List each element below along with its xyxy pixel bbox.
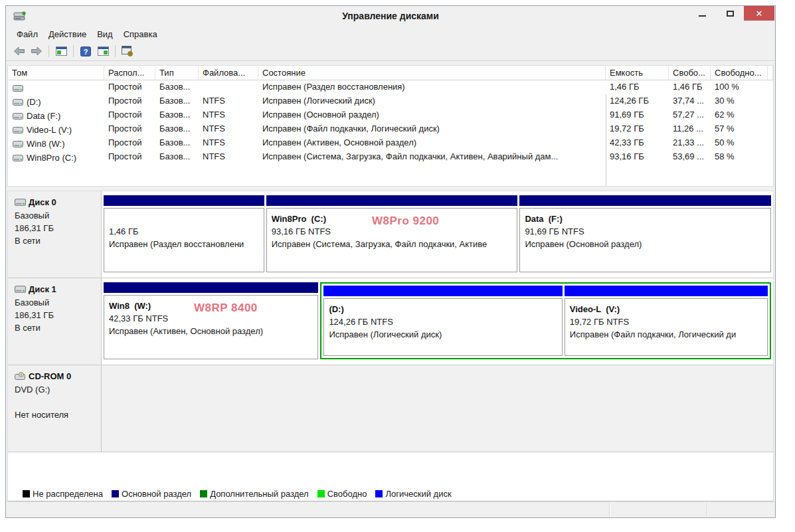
volume-row[interactable]: ПростойБазов...Исправен (Раздел восстано… <box>8 80 773 94</box>
volume-list-body: ПростойБазов...Исправен (Раздел восстано… <box>8 80 773 164</box>
legend-item: Не распределена <box>23 489 103 499</box>
partition-color-band <box>323 286 562 296</box>
layout-cell: Простой <box>104 108 155 122</box>
menu-item[interactable]: Справка <box>118 27 163 41</box>
toolbar-separator <box>73 45 74 57</box>
partition[interactable]: Win8Pro (C:)93,16 ГБ NTFSИсправен (Систе… <box>266 195 518 272</box>
partition-color-band <box>519 195 771 206</box>
partition-info-box[interactable]: Win8Pro (C:)93,16 ГБ NTFSИсправен (Систе… <box>266 208 518 272</box>
layout-cell: Простой <box>104 136 155 150</box>
close-button[interactable]: ✕ <box>744 6 774 21</box>
maximize-button[interactable] <box>716 6 744 21</box>
column-header[interactable]: Свобо... <box>669 66 711 80</box>
toolbar-separator <box>115 45 116 57</box>
partition[interactable]: 1,46 ГБИсправен (Раздел восстановлени <box>104 195 264 272</box>
partition-info-box[interactable]: Data (F:)91,69 ГБ NTFSИсправен (Основной… <box>519 208 771 272</box>
disk-detail: DVD (G:) <box>15 383 97 396</box>
help-icon[interactable]: ? <box>78 44 94 58</box>
volume-row[interactable]: Video-L (V:)ПростойБазов...NTFSИсправен … <box>8 122 773 136</box>
free_pct-cell: 100 % <box>711 80 768 94</box>
layout-cell: Простой <box>104 94 155 108</box>
column-header[interactable]: Свободно... <box>711 66 768 80</box>
volume-name-cell <box>8 80 104 94</box>
volume-row[interactable]: Data (F:)ПростойБазов...NTFSИсправен (Ос… <box>8 108 773 122</box>
capacity-cell: 1,46 ГБ <box>606 80 669 94</box>
free-cell: 21,33 ... <box>669 136 711 150</box>
partition-info-box[interactable]: Win8 (W:)42,33 ГБ NTFSИсправен (Активен,… <box>104 295 318 359</box>
layout-cell: Простой <box>104 122 155 136</box>
type-cell: Базов... <box>155 108 199 122</box>
partition[interactable]: Win8 (W:)42,33 ГБ NTFSИсправен (Активен,… <box>104 282 318 359</box>
capacity-cell: 91,69 ГБ <box>606 108 669 122</box>
show-action-pane-icon[interactable] <box>95 44 111 58</box>
volume-row[interactable]: Win8Pro (C:)ПростойБазов...NTFSИсправен … <box>8 150 773 164</box>
drive-icon <box>13 85 23 92</box>
status-bar-panel <box>707 502 775 517</box>
partition-info-box[interactable]: (D:)124,26 ГБ NTFSИсправен (Логический д… <box>323 298 562 356</box>
partition-info-box[interactable]: 1,46 ГБИсправен (Раздел восстановлени <box>104 208 264 272</box>
column-header[interactable]: Распол... <box>104 66 155 80</box>
disk-row: Диск 1Базовый186,31 ГБВ сетиWin8 (W:)42,… <box>8 278 773 365</box>
type-cell: Базов... <box>155 94 199 108</box>
layout-cell: Простой <box>104 150 155 164</box>
partition-title: (D:) <box>329 303 559 315</box>
disk-management-window: Управление дисками ✕ ФайлДействиеВидСпра… <box>5 5 776 518</box>
minimize-button[interactable] <box>688 6 716 21</box>
legend-color-swatch <box>200 490 207 497</box>
free_pct-cell: 57 % <box>711 122 768 136</box>
status-cell: Исправен (Основной раздел) <box>258 108 606 122</box>
legend-label: Дополнительный раздел <box>210 489 309 499</box>
free_pct-cell: 30 % <box>711 94 768 108</box>
show-console-tree-icon[interactable] <box>53 44 69 58</box>
free-cell: 37,74 ... <box>669 94 711 108</box>
legend-item: Основной раздел <box>112 489 191 499</box>
disk-label-panel[interactable]: CD-ROM 0DVD (G:)Нет носителя <box>8 365 102 452</box>
column-header[interactable]: Файлова... <box>199 66 258 80</box>
partition-detail: 91,69 ГБ NTFS <box>525 225 768 238</box>
free-cell: 11,26 ... <box>669 122 711 136</box>
disk-name: CD-ROM 0 <box>29 371 71 381</box>
partition-color-band <box>565 286 768 296</box>
build-watermark: W8RP 8400 <box>194 302 258 315</box>
menu-item[interactable]: Действие <box>43 27 92 41</box>
partition-title: Video-L (V:) <box>570 303 764 315</box>
disk-graph-area: Win8 (W:)42,33 ГБ NTFSИсправен (Активен,… <box>102 278 773 365</box>
partition[interactable]: (D:)124,26 ГБ NTFSИсправен (Логический д… <box>323 286 562 356</box>
drive-icon <box>13 141 23 147</box>
back-icon[interactable] <box>11 44 27 58</box>
status-cell: Исправен (Файл подкачки, Логический диск… <box>258 122 606 136</box>
volume-row[interactable]: (D:)ПростойБазов...NTFSИсправен (Логичес… <box>8 94 773 108</box>
volume-row[interactable]: Win8 (W:)ПростойБазов...NTFSИсправен (Ак… <box>8 136 773 150</box>
column-header[interactable]: Состояние <box>258 66 606 80</box>
legend-label: Свободно <box>327 489 367 499</box>
menu-item[interactable]: Файл <box>11 27 43 41</box>
partition-detail: 1,46 ГБ <box>109 225 261 238</box>
legend-color-swatch <box>317 490 325 497</box>
fs-cell: NTFS <box>199 108 258 122</box>
type-cell: Базов... <box>155 122 199 136</box>
volume-name: Win8Pro (C:) <box>27 153 76 163</box>
disk-detail: Базовый <box>15 209 97 222</box>
cd-rom-icon <box>15 372 26 381</box>
partition[interactable]: Video-L (V:)19,72 ГБ NTFSИсправен (Файл … <box>565 286 768 356</box>
menu-item[interactable]: Вид <box>92 27 118 41</box>
drive-icon <box>13 99 23 106</box>
disk-graph-area: 1,46 ГБИсправен (Раздел восстановлениWin… <box>102 191 773 278</box>
drive-icon <box>13 113 23 120</box>
disk-graph-area[interactable] <box>102 365 773 452</box>
volume-name-cell: (D:) <box>8 94 104 108</box>
volume-name: Win8 (W:) <box>27 139 65 149</box>
column-header[interactable]: Тип <box>155 66 199 80</box>
forward-icon[interactable] <box>29 44 44 58</box>
disk-management-snapin-icon[interactable] <box>120 44 135 58</box>
fs-cell: NTFS <box>199 136 258 150</box>
partition[interactable]: Data (F:)91,69 ГБ NTFSИсправен (Основной… <box>519 195 771 272</box>
type-cell: Базов... <box>155 136 199 150</box>
legend-color-swatch <box>375 490 383 497</box>
disk-label-panel[interactable]: Диск 0Базовый186,31 ГБВ сети <box>8 191 102 278</box>
column-header[interactable]: Емкость <box>606 66 669 80</box>
column-header[interactable]: Том <box>8 66 104 80</box>
partition-info-box[interactable]: Video-L (V:)19,72 ГБ NTFSИсправен (Файл … <box>565 298 768 356</box>
legend-color-swatch <box>23 490 30 497</box>
disk-label-panel[interactable]: Диск 1Базовый186,31 ГБВ сети <box>8 278 102 365</box>
